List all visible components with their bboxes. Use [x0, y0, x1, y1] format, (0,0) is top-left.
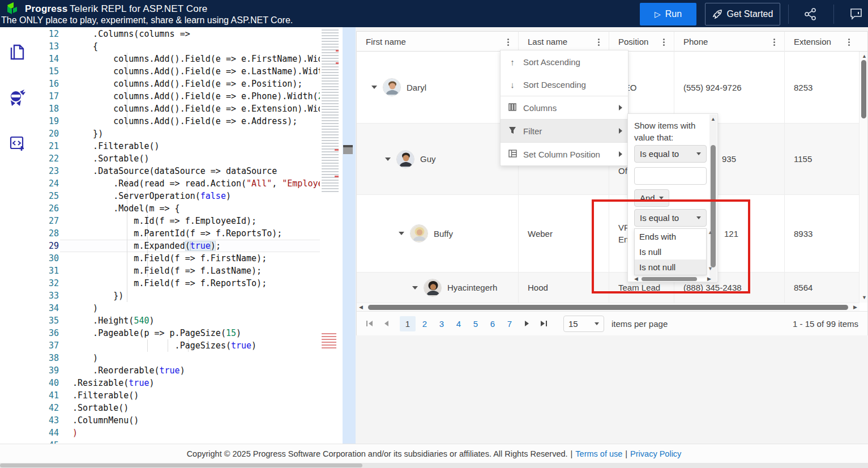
column-menu-icon[interactable]: [769, 36, 779, 48]
scroll-right-icon[interactable]: ▶: [707, 276, 711, 282]
set-column-position-icon: [507, 150, 518, 159]
pane-splitter[interactable]: [343, 27, 356, 444]
list-scroll-up-icon[interactable]: ▲: [708, 229, 713, 235]
page-button-6[interactable]: 6: [485, 316, 501, 331]
line-number: 41: [34, 389, 59, 402]
page-button-5[interactable]: 5: [468, 316, 484, 331]
sort-ascending-icon: ↑: [507, 57, 518, 67]
code-line: .Reorderable(true): [72, 364, 320, 377]
page-horizontal-scrollbar[interactable]: [0, 463, 868, 468]
line-number: 21: [34, 140, 59, 152]
collapse-arrow-icon[interactable]: [399, 232, 404, 235]
column-header-position[interactable]: Position: [609, 32, 674, 52]
code-editor[interactable]: 1213141516171819202122232425262728293031…: [34, 27, 320, 444]
new-snippet-icon[interactable]: [8, 134, 26, 153]
code-line: .Sortable(): [72, 402, 320, 414]
collapse-arrow-icon[interactable]: [371, 86, 377, 89]
filter-popup-scrollbar[interactable]: ▲: [709, 114, 717, 282]
code-line: .ColumnMenu(): [72, 414, 320, 427]
filter-icon: [507, 126, 518, 136]
scroll-up-icon[interactable]: ▲: [862, 54, 867, 59]
scroll-up-icon[interactable]: ▲: [711, 117, 716, 122]
option-is-not-null[interactable]: Is not null: [635, 259, 706, 275]
page-button-1[interactable]: 1: [400, 316, 416, 331]
top-header-bar: Progress Telerik REPL for ASP.NET Core T…: [0, 0, 868, 27]
scroll-thumb[interactable]: [711, 145, 716, 267]
filter-operator-dropdown[interactable]: Is equal to: [634, 145, 707, 163]
scroll-thumb[interactable]: [0, 463, 362, 467]
share-icon[interactable]: [803, 7, 818, 22]
app-root: Progress Telerik REPL for ASP.NET Core T…: [0, 0, 868, 468]
menu-item-sort-descending[interactable]: ↓ Sort Descending: [501, 73, 628, 96]
line-number: 45: [34, 439, 59, 444]
menu-item-sort-ascending[interactable]: ↑ Sort Ascending: [501, 50, 628, 73]
prev-page-icon[interactable]: [380, 318, 392, 329]
line-number: 44: [34, 427, 59, 439]
column-menu-icon[interactable]: [844, 36, 854, 48]
next-page-icon[interactable]: [521, 318, 532, 329]
line-number: 13: [34, 40, 59, 53]
page-button-7[interactable]: 7: [502, 316, 518, 331]
page-button-2[interactable]: 2: [417, 316, 433, 331]
line-number: 42: [34, 402, 59, 414]
scroll-left-icon[interactable]: ◀: [359, 305, 363, 310]
column-menu-icon[interactable]: [659, 36, 669, 48]
vertical-scroll-thumb[interactable]: [861, 60, 866, 118]
collapse-arrow-icon[interactable]: [385, 158, 391, 161]
page-size-select[interactable]: 15: [563, 316, 604, 332]
pager-info: 1 - 15 of 99 items: [793, 319, 858, 329]
line-number: 15: [34, 65, 59, 78]
code-line: columns.Add().Field(e => e.Extension).Wi…: [72, 103, 320, 115]
line-number: 28: [34, 227, 59, 240]
copy-snippet-icon[interactable]: [8, 43, 26, 62]
progress-logo-icon[interactable]: [6, 2, 20, 16]
splitter-handle[interactable]: [343, 145, 353, 154]
scroll-left-icon[interactable]: ◀: [634, 276, 638, 282]
first-page-icon[interactable]: [364, 318, 375, 329]
column-header-phone[interactable]: Phone: [674, 32, 785, 52]
column-menu-icon[interactable]: [503, 36, 513, 48]
line-number: 16: [34, 78, 59, 90]
scroll-right-icon[interactable]: ▶: [853, 305, 857, 310]
table-row[interactable]: Buffy Weber VP, Engineering 121 8933: [357, 195, 860, 273]
submenu-arrow-icon: [619, 128, 622, 134]
page-button-4[interactable]: 4: [451, 316, 467, 331]
column-menu-icon[interactable]: [593, 36, 604, 48]
column-header-extension[interactable]: Extension: [785, 32, 860, 52]
grid-vertical-scrollbar[interactable]: ▲ ▼: [859, 52, 867, 303]
line-number: 40: [34, 377, 59, 389]
copyright-text: Copyright © 2025 Progress Software Corpo…: [187, 449, 568, 458]
extension-cell: 8933: [785, 195, 860, 272]
scroll-thumb[interactable]: [642, 277, 697, 281]
grid-horizontal-scrollbar[interactable]: ◀ ▶: [357, 303, 860, 311]
column-header-first-name[interactable]: First name: [357, 32, 519, 52]
collapse-arrow-icon[interactable]: [412, 286, 418, 290]
run-button[interactable]: ▷ Run: [640, 3, 696, 25]
list-scroll-down-icon[interactable]: ▼: [708, 266, 713, 271]
filter-value-input[interactable]: [634, 167, 707, 185]
terms-of-use-link[interactable]: Terms of use: [575, 449, 622, 458]
horizontal-scroll-thumb[interactable]: [368, 305, 848, 310]
line-number: 34: [34, 302, 59, 314]
feedback-icon[interactable]: [849, 7, 864, 22]
filter-operator2-dropdown[interactable]: Is equal to: [634, 209, 707, 227]
column-header-last-name[interactable]: Last name: [519, 32, 609, 52]
option-is-null[interactable]: Is null: [635, 244, 706, 259]
menu-item-set-column-position[interactable]: Set Column Position: [501, 143, 628, 165]
table-row[interactable]: Hyacintegerh Hood Team Lead (888) 345-24…: [357, 273, 860, 303]
chevron-down-icon: [696, 152, 701, 155]
editor-minimap[interactable]: [320, 27, 343, 444]
list-horizontal-scrollbar[interactable]: ◀ ▶: [634, 276, 711, 282]
last-page-icon[interactable]: [538, 318, 549, 329]
privacy-policy-link[interactable]: Privacy Policy: [630, 449, 681, 458]
get-started-button[interactable]: Get Started: [705, 3, 780, 25]
scroll-down-icon[interactable]: ▼: [862, 295, 867, 300]
menu-item-filter[interactable]: Filter: [501, 120, 628, 142]
ninja-icon[interactable]: [8, 88, 26, 108]
avatar: [410, 224, 428, 242]
code-line: ): [72, 352, 320, 364]
filter-logic-dropdown[interactable]: And: [634, 189, 669, 207]
option-ends-with[interactable]: Ends with: [635, 229, 706, 244]
page-button-3[interactable]: 3: [434, 316, 450, 331]
menu-item-columns[interactable]: Columns: [501, 96, 628, 119]
